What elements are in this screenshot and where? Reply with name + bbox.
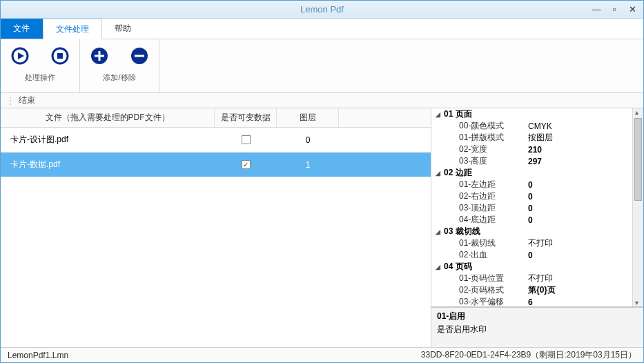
checkbox[interactable] bbox=[242, 135, 251, 144]
prop-row[interactable]: 02-右边距0 bbox=[431, 190, 632, 202]
prop-value[interactable]: 0 bbox=[528, 192, 632, 202]
prop-row[interactable]: 02-页码格式第{0}页 bbox=[431, 284, 632, 296]
main-area: 文件（拖入需要处理的PDF文件） 是否可变数据 图层 卡片-设计图.pdf0卡片… bbox=[1, 108, 643, 347]
prop-key: 03-顶边距 bbox=[431, 202, 528, 214]
subbar-label: 结束 bbox=[19, 95, 35, 106]
prop-key: 01-左边距 bbox=[431, 179, 528, 190]
prop-key: 01-拼版模式 bbox=[431, 132, 528, 144]
app-window: Lemon Pdf — ▫ ✕ 文件 文件处理 帮助 处理操作 bbox=[0, 0, 644, 363]
col-layers[interactable]: 图层 bbox=[277, 108, 339, 127]
table-body: 卡片-设计图.pdf0卡片-数据.pdf✓1 bbox=[1, 128, 431, 177]
prop-key: 01-裁切线 bbox=[431, 237, 528, 249]
cell-vardata bbox=[215, 135, 277, 144]
prop-value[interactable]: 0 bbox=[528, 251, 632, 260]
collapse-icon: ◢ bbox=[436, 170, 444, 177]
maximize-button[interactable]: ▫ bbox=[606, 4, 623, 15]
svg-rect-2 bbox=[57, 53, 63, 59]
prop-value[interactable]: 297 bbox=[528, 157, 632, 166]
prop-key: 02-出血 bbox=[431, 249, 528, 261]
prop-value[interactable]: 不打印 bbox=[528, 273, 632, 284]
table-row[interactable]: 卡片-设计图.pdf0 bbox=[1, 128, 431, 153]
close-button[interactable]: ✕ bbox=[624, 4, 641, 15]
prop-value[interactable]: 0 bbox=[528, 180, 632, 190]
prop-key: 03-高度 bbox=[431, 155, 528, 167]
desc-title: 01-启用 bbox=[437, 311, 638, 322]
prop-key: 02-宽度 bbox=[431, 144, 528, 155]
cell-layers: 1 bbox=[277, 160, 339, 170]
prop-row[interactable]: 03-水平偏移6 bbox=[431, 296, 632, 307]
checkbox[interactable]: ✓ bbox=[242, 160, 251, 169]
tab-file-process[interactable]: 文件处理 bbox=[43, 19, 102, 39]
titlebar: Lemon Pdf — ▫ ✕ bbox=[1, 1, 643, 19]
table-row[interactable]: 卡片-数据.pdf✓1 bbox=[1, 153, 431, 177]
prop-row[interactable]: 02-宽度210 bbox=[431, 144, 632, 155]
prop-value[interactable]: 不打印 bbox=[528, 237, 632, 249]
grip-icon: ⋮ bbox=[6, 96, 13, 106]
scrollbar-thumb[interactable] bbox=[634, 118, 642, 201]
statusbar: LemonPdf1.Lmn 33DD-8F20-0ED1-24F4-23B9（剩… bbox=[1, 347, 643, 362]
prop-value[interactable]: 0 bbox=[528, 204, 632, 213]
category-label: 01 页面 bbox=[444, 108, 472, 120]
status-filename: LemonPdf1.Lmn bbox=[8, 351, 68, 360]
add-button[interactable] bbox=[90, 46, 109, 66]
prop-category[interactable]: ◢01 页面 bbox=[431, 108, 632, 120]
prop-row[interactable]: 01-拼版模式按图层 bbox=[431, 132, 632, 144]
prop-value[interactable]: 按图层 bbox=[528, 132, 632, 144]
ribbon-label-process: 处理操作 bbox=[25, 72, 55, 83]
prop-key: 01-页码位置 bbox=[431, 273, 528, 284]
table-header: 文件（拖入需要处理的PDF文件） 是否可变数据 图层 bbox=[1, 108, 431, 128]
cell-vardata: ✓ bbox=[215, 160, 277, 169]
tab-file[interactable]: 文件 bbox=[1, 19, 43, 39]
prop-row[interactable]: 01-左边距0 bbox=[431, 179, 632, 190]
ribbon-group-process: 处理操作 bbox=[1, 39, 80, 92]
prop-key: 04-底边距 bbox=[431, 214, 528, 226]
prop-category[interactable]: ◢02 边距 bbox=[431, 167, 632, 179]
prop-value[interactable]: 第{0}页 bbox=[528, 284, 632, 296]
window-controls: — ▫ ✕ bbox=[588, 4, 641, 15]
category-label: 02 边距 bbox=[444, 167, 472, 179]
prop-row[interactable]: 01-页码位置不打印 bbox=[431, 273, 632, 284]
prop-key: 02-页码格式 bbox=[431, 284, 528, 296]
prop-value[interactable]: 210 bbox=[528, 145, 632, 155]
col-file[interactable]: 文件（拖入需要处理的PDF文件） bbox=[1, 108, 215, 127]
prop-key: 00-颜色模式 bbox=[431, 120, 528, 132]
stop-button[interactable] bbox=[50, 46, 70, 66]
collapse-icon: ◢ bbox=[436, 264, 444, 271]
prop-row[interactable]: 03-顶边距0 bbox=[431, 202, 632, 214]
col-vardata[interactable]: 是否可变数据 bbox=[215, 108, 277, 127]
prop-value[interactable]: 0 bbox=[528, 215, 632, 225]
ribbon-group-addremove: 添加/移除 bbox=[80, 39, 159, 92]
prop-row[interactable]: 00-颜色模式CMYK bbox=[431, 120, 632, 132]
cell-filename: 卡片-设计图.pdf bbox=[1, 134, 215, 146]
category-label: 03 裁切线 bbox=[444, 226, 480, 237]
property-panel: ◢01 页面00-颜色模式CMYK01-拼版模式按图层02-宽度21003-高度… bbox=[431, 108, 643, 347]
remove-button[interactable] bbox=[130, 46, 149, 66]
subtoolbar: ⋮ 结束 bbox=[1, 93, 643, 108]
tab-help[interactable]: 帮助 bbox=[102, 19, 144, 39]
file-panel: 文件（拖入需要处理的PDF文件） 是否可变数据 图层 卡片-设计图.pdf0卡片… bbox=[1, 108, 431, 347]
prop-key: 03-水平偏移 bbox=[431, 296, 528, 307]
play-button[interactable] bbox=[10, 46, 30, 66]
status-license: 33DD-8F20-0ED1-24F4-23B9（剩期日:2019年03月15日… bbox=[421, 349, 636, 361]
prop-key: 02-右边距 bbox=[431, 190, 528, 202]
cell-layers: 0 bbox=[277, 135, 339, 145]
prop-category[interactable]: ◢04 页码 bbox=[431, 261, 632, 273]
ribbon: 处理操作 添加/移除 bbox=[1, 39, 643, 93]
property-description: 01-启用 是否启用水印 bbox=[431, 307, 643, 347]
prop-row[interactable]: 03-高度297 bbox=[431, 155, 632, 167]
collapse-icon: ◢ bbox=[436, 228, 444, 235]
collapse-icon: ◢ bbox=[436, 111, 444, 118]
minimize-button[interactable]: — bbox=[588, 4, 605, 15]
prop-value[interactable]: 6 bbox=[528, 297, 632, 307]
cell-filename: 卡片-数据.pdf bbox=[1, 159, 215, 170]
property-grid[interactable]: ◢01 页面00-颜色模式CMYK01-拼版模式按图层02-宽度21003-高度… bbox=[431, 108, 643, 307]
prop-row[interactable]: 02-出血0 bbox=[431, 249, 632, 261]
scrollbar[interactable] bbox=[632, 108, 643, 306]
menubar: 文件 文件处理 帮助 bbox=[1, 19, 643, 39]
prop-row[interactable]: 01-裁切线不打印 bbox=[431, 237, 632, 249]
desc-text: 是否启用水印 bbox=[437, 324, 638, 335]
prop-category[interactable]: ◢03 裁切线 bbox=[431, 226, 632, 237]
prop-row[interactable]: 04-底边距0 bbox=[431, 214, 632, 226]
prop-value[interactable]: CMYK bbox=[528, 121, 632, 131]
category-label: 04 页码 bbox=[444, 261, 472, 273]
